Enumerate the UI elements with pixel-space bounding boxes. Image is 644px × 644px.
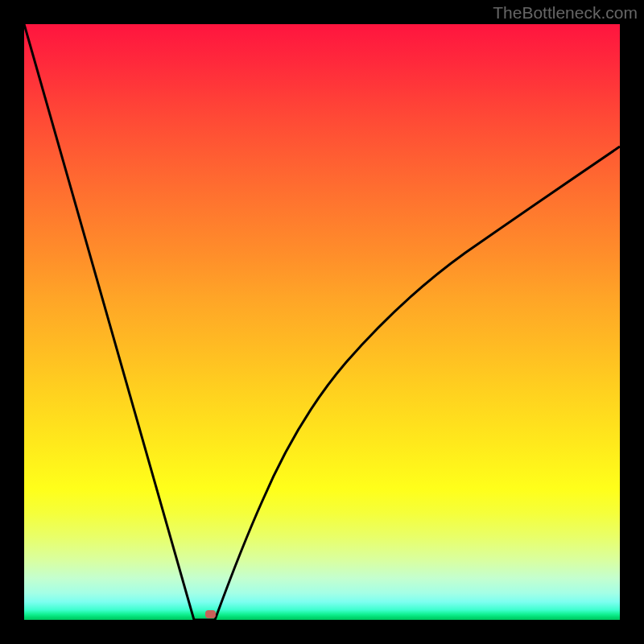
plot-area: [24, 24, 620, 620]
curve-right-branch: [215, 147, 620, 620]
curve-left-branch: [24, 24, 194, 620]
chart-frame: TheBottleneck.com: [0, 0, 644, 644]
current-config-marker: [205, 610, 216, 618]
attribution-text: TheBottleneck.com: [493, 3, 638, 23]
bottleneck-curve: [24, 24, 620, 620]
